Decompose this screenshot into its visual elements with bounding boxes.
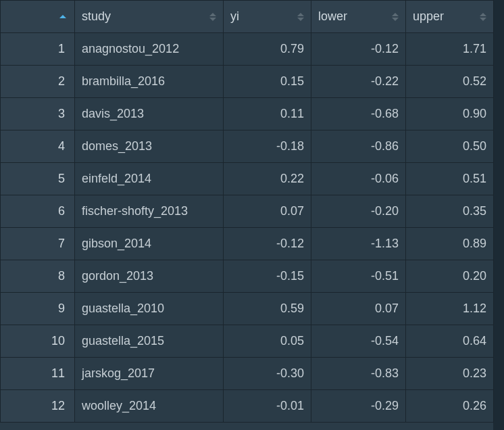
cell-yi[interactable]: -0.01 xyxy=(224,390,311,423)
cell-yi[interactable]: 0.22 xyxy=(224,163,311,195)
row-number[interactable]: 9 xyxy=(1,293,75,325)
cell-upper[interactable]: 1.71 xyxy=(406,33,494,66)
cell-lower[interactable]: -0.06 xyxy=(311,163,406,195)
cell-study[interactable]: fischer-shofty_2013 xyxy=(75,195,224,228)
cell-lower[interactable]: -0.54 xyxy=(311,325,406,358)
sort-icon xyxy=(392,10,400,24)
table-row[interactable]: 12woolley_2014-0.01-0.290.26 xyxy=(1,390,494,423)
col-header-yi[interactable]: yi xyxy=(224,1,311,33)
cell-study[interactable]: einfeld_2014 xyxy=(75,163,224,195)
cell-lower[interactable]: -0.20 xyxy=(311,195,406,228)
cell-upper[interactable]: 0.23 xyxy=(406,358,494,390)
table-row[interactable]: 8gordon_2013-0.15-0.510.20 xyxy=(1,260,494,293)
cell-upper[interactable]: 0.26 xyxy=(406,390,494,423)
row-number[interactable]: 1 xyxy=(1,33,75,66)
sort-icon xyxy=(297,10,305,24)
cell-lower[interactable]: -0.83 xyxy=(311,358,406,390)
row-number[interactable]: 5 xyxy=(1,163,75,195)
cell-study[interactable]: brambilla_2016 xyxy=(75,66,224,98)
table-row[interactable]: 4domes_2013-0.18-0.860.50 xyxy=(1,130,494,163)
cell-upper[interactable]: 0.51 xyxy=(406,163,494,195)
table-row[interactable]: 10guastella_20150.05-0.540.64 xyxy=(1,325,494,358)
cell-lower[interactable]: -0.22 xyxy=(311,66,406,98)
col-header-label: upper xyxy=(413,9,444,23)
table-row[interactable]: 3davis_20130.11-0.680.90 xyxy=(1,98,494,130)
cell-lower[interactable]: -1.13 xyxy=(311,228,406,260)
cell-yi[interactable]: 0.79 xyxy=(224,33,311,66)
row-number[interactable]: 6 xyxy=(1,195,75,228)
cell-yi[interactable]: -0.18 xyxy=(224,130,311,163)
cell-lower[interactable]: -0.51 xyxy=(311,260,406,293)
col-header-upper[interactable]: upper xyxy=(406,1,494,33)
table-row[interactable]: 6fischer-shofty_20130.07-0.200.35 xyxy=(1,195,494,228)
cell-yi[interactable]: -0.15 xyxy=(224,260,311,293)
table-header-row: study yi lower xyxy=(1,1,494,33)
cell-upper[interactable]: 0.20 xyxy=(406,260,494,293)
cell-lower[interactable]: -0.86 xyxy=(311,130,406,163)
sort-icon xyxy=(480,10,488,24)
cell-upper[interactable]: 0.50 xyxy=(406,130,494,163)
cell-lower[interactable]: -0.12 xyxy=(311,33,406,66)
cell-study[interactable]: jarskog_2017 xyxy=(75,358,224,390)
row-number[interactable]: 3 xyxy=(1,98,75,130)
cell-upper[interactable]: 0.52 xyxy=(406,66,494,98)
cell-study[interactable]: gordon_2013 xyxy=(75,260,224,293)
col-header-study[interactable]: study xyxy=(75,1,224,33)
cell-study[interactable]: guastella_2010 xyxy=(75,293,224,325)
col-header-label: study xyxy=(82,9,111,23)
col-header-rownum[interactable] xyxy=(1,1,75,33)
cell-study[interactable]: domes_2013 xyxy=(75,130,224,163)
row-number[interactable]: 7 xyxy=(1,228,75,260)
cell-upper[interactable]: 0.90 xyxy=(406,98,494,130)
row-number[interactable]: 2 xyxy=(1,66,75,98)
cell-study[interactable]: anagnostou_2012 xyxy=(75,33,224,66)
cell-study[interactable]: guastella_2015 xyxy=(75,325,224,358)
cell-study[interactable]: woolley_2014 xyxy=(75,390,224,423)
col-header-lower[interactable]: lower xyxy=(311,1,406,33)
row-number[interactable]: 12 xyxy=(1,390,75,423)
cell-upper[interactable]: 1.12 xyxy=(406,293,494,325)
cell-yi[interactable]: 0.11 xyxy=(224,98,311,130)
col-header-label: yi xyxy=(230,9,239,23)
table-row[interactable]: 1anagnostou_20120.79-0.121.71 xyxy=(1,33,494,66)
cell-study[interactable]: gibson_2014 xyxy=(75,228,224,260)
cell-lower[interactable]: 0.07 xyxy=(311,293,406,325)
cell-upper[interactable]: 0.64 xyxy=(406,325,494,358)
col-header-label: lower xyxy=(318,9,347,23)
table-row[interactable]: 9guastella_20100.590.071.12 xyxy=(1,293,494,325)
cell-upper[interactable]: 0.89 xyxy=(406,228,494,260)
cell-yi[interactable]: 0.05 xyxy=(224,325,311,358)
data-table-viewer: study yi lower xyxy=(0,0,493,430)
sort-asc-icon xyxy=(59,10,68,24)
table-row[interactable]: 7gibson_2014-0.12-1.130.89 xyxy=(1,228,494,260)
row-number[interactable]: 11 xyxy=(1,358,75,390)
cell-yi[interactable]: 0.59 xyxy=(224,293,311,325)
data-table: study yi lower xyxy=(0,0,494,423)
cell-yi[interactable]: -0.30 xyxy=(224,358,311,390)
cell-yi[interactable]: 0.07 xyxy=(224,195,311,228)
cell-lower[interactable]: -0.68 xyxy=(311,98,406,130)
cell-yi[interactable]: -0.12 xyxy=(224,228,311,260)
table-row[interactable]: 2brambilla_20160.15-0.220.52 xyxy=(1,66,494,98)
row-number[interactable]: 4 xyxy=(1,130,75,163)
cell-lower[interactable]: -0.29 xyxy=(311,390,406,423)
cell-yi[interactable]: 0.15 xyxy=(224,66,311,98)
sort-icon xyxy=(209,10,218,24)
cell-study[interactable]: davis_2013 xyxy=(75,98,224,130)
cell-upper[interactable]: 0.35 xyxy=(406,195,494,228)
row-number[interactable]: 10 xyxy=(1,325,75,358)
table-row[interactable]: 5einfeld_20140.22-0.060.51 xyxy=(1,163,494,195)
row-number[interactable]: 8 xyxy=(1,260,75,293)
table-row[interactable]: 11jarskog_2017-0.30-0.830.23 xyxy=(1,358,494,390)
